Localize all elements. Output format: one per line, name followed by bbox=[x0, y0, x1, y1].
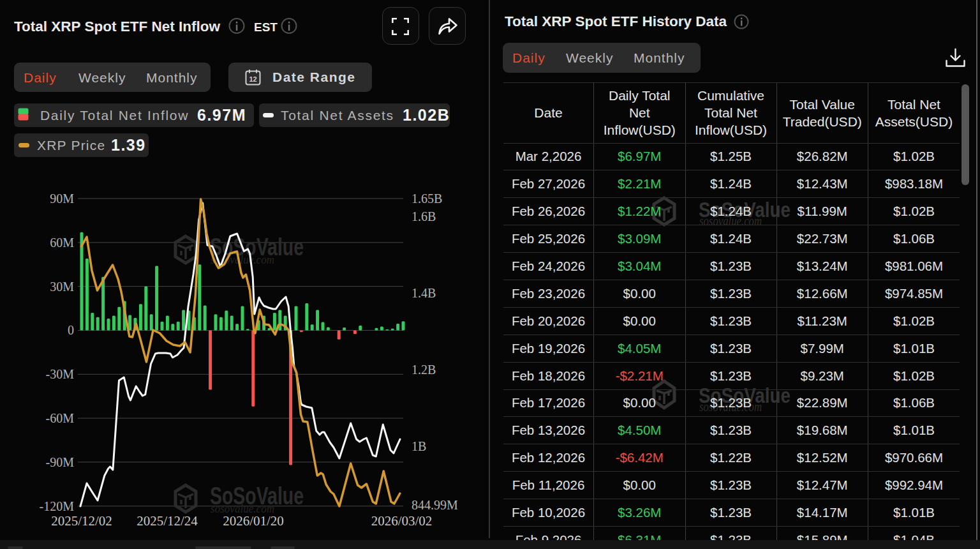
svg-text:1.4B: 1.4B bbox=[412, 286, 436, 300]
svg-text:0: 0 bbox=[68, 323, 74, 337]
svg-text:2026/01/20: 2026/01/20 bbox=[223, 513, 284, 529]
svg-text:-30M: -30M bbox=[46, 367, 75, 381]
svg-text:1B: 1B bbox=[412, 439, 426, 453]
svg-text:-60M: -60M bbox=[46, 411, 75, 425]
svg-text:2026/03/02: 2026/03/02 bbox=[371, 513, 433, 529]
svg-text:2025/12/02: 2025/12/02 bbox=[51, 513, 112, 529]
svg-text:1.6B: 1.6B bbox=[412, 209, 436, 223]
svg-text:60M: 60M bbox=[50, 236, 74, 250]
svg-text:12: 12 bbox=[249, 75, 256, 83]
svg-text:-120M: -120M bbox=[40, 499, 75, 513]
svg-text:1.2B: 1.2B bbox=[412, 363, 436, 377]
svg-text:2025/12/24: 2025/12/24 bbox=[137, 513, 198, 529]
svg-text:30M: 30M bbox=[50, 280, 74, 294]
svg-text:-90M: -90M bbox=[46, 455, 75, 469]
svg-text:844.99M: 844.99M bbox=[412, 498, 458, 512]
svg-text:1.65B: 1.65B bbox=[412, 192, 442, 206]
svg-text:90M: 90M bbox=[50, 192, 74, 206]
